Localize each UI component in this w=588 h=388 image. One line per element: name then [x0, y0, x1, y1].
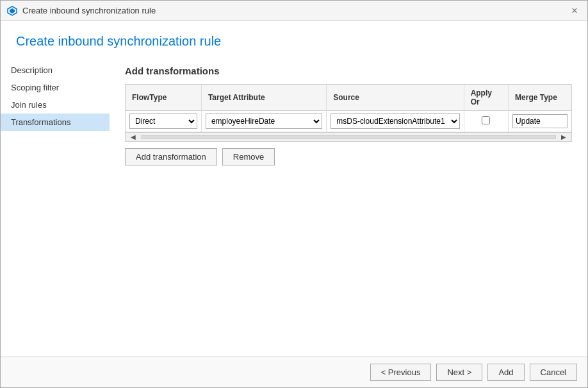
- table-header-row: FlowType Target Attribute Source Apply O…: [126, 85, 571, 111]
- main-content: Add transformations FlowType Target Attr…: [110, 55, 587, 357]
- footer: < Previous Next > Add Cancel: [1, 357, 587, 387]
- scroll-right-arrow[interactable]: ▶: [559, 133, 569, 140]
- col-header-source: Source: [327, 85, 464, 111]
- add-button[interactable]: Add: [487, 364, 524, 381]
- remove-button[interactable]: Remove: [222, 148, 275, 165]
- main-window: Create inbound synchronization rule × Cr…: [0, 0, 588, 388]
- sidebar-item-join-rules[interactable]: Join rules: [1, 96, 110, 114]
- table-row: Direct Constant Expression employeeHireD…: [126, 111, 571, 132]
- section-title: Add transformations: [125, 65, 572, 76]
- cancel-button[interactable]: Cancel: [530, 364, 577, 381]
- page-header: Create inbound synchronization rule: [1, 21, 587, 55]
- next-button[interactable]: Next >: [436, 364, 482, 381]
- svg-marker-1: [10, 8, 15, 13]
- sidebar-item-transformations[interactable]: Transformations: [1, 114, 110, 131]
- flowtype-cell: Direct Constant Expression: [126, 111, 201, 132]
- col-header-apply-once: Apply Or: [464, 85, 508, 111]
- flowtype-select[interactable]: Direct Constant Expression: [129, 114, 197, 129]
- title-bar-left: Create inbound synchronization rule: [7, 6, 156, 16]
- target-attribute-cell: employeeHireDate: [201, 111, 326, 132]
- title-bar: Create inbound synchronization rule ×: [1, 1, 587, 21]
- source-cell: msDS-cloudExtensionAttribute1: [327, 111, 464, 132]
- col-header-flowtype: FlowType: [126, 85, 201, 111]
- source-select[interactable]: msDS-cloudExtensionAttribute1: [331, 114, 459, 129]
- scroll-track[interactable]: [141, 135, 556, 139]
- horizontal-scrollbar[interactable]: ◀ ▶: [126, 132, 571, 141]
- app-icon: [7, 6, 17, 16]
- col-header-merge-type: Merge Type: [509, 85, 571, 111]
- add-transformation-button[interactable]: Add transformation: [125, 148, 217, 165]
- transformations-table-container: FlowType Target Attribute Source Apply O…: [125, 84, 572, 142]
- sidebar-item-scoping-filter[interactable]: Scoping filter: [1, 79, 110, 96]
- close-button[interactable]: ×: [568, 4, 581, 17]
- col-header-target-attribute: Target Attribute: [201, 85, 326, 111]
- action-buttons: Add transformation Remove: [125, 148, 572, 165]
- merge-type-cell: [509, 111, 571, 132]
- apply-once-checkbox[interactable]: [482, 116, 490, 124]
- window-title: Create inbound synchronization rule: [22, 6, 156, 15]
- transformations-table: FlowType Target Attribute Source Apply O…: [126, 85, 571, 132]
- scroll-left-arrow[interactable]: ◀: [128, 133, 138, 140]
- sidebar: Description Scoping filter Join rules Tr…: [1, 55, 110, 357]
- merge-type-input[interactable]: [512, 114, 568, 128]
- sidebar-item-description[interactable]: Description: [1, 62, 110, 79]
- apply-once-cell: [464, 111, 508, 132]
- page-heading: Create inbound synchronization rule: [16, 34, 572, 49]
- previous-button[interactable]: < Previous: [370, 364, 432, 381]
- target-attribute-select[interactable]: employeeHireDate: [206, 114, 322, 129]
- main-layout: Description Scoping filter Join rules Tr…: [1, 55, 587, 357]
